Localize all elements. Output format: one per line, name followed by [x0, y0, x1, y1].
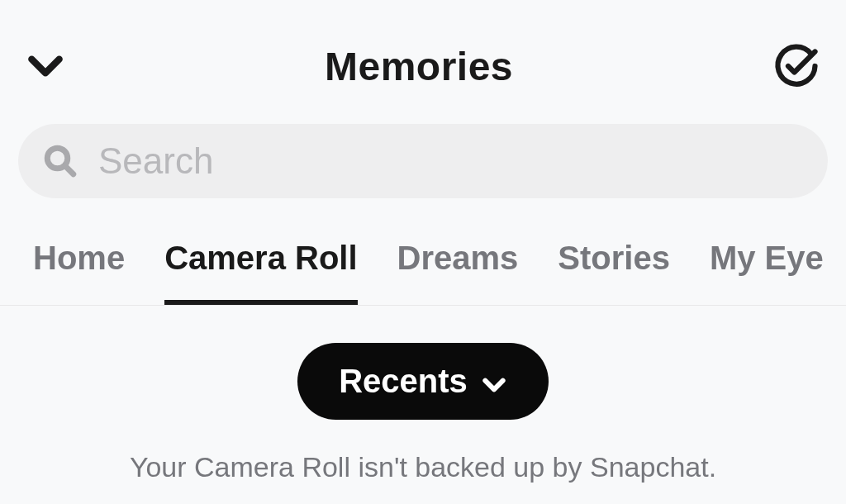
- page-title: Memories: [325, 44, 513, 89]
- svg-line-1: [65, 166, 74, 174]
- backup-info-text: Your Camera Roll isn't backed up by Snap…: [0, 451, 846, 483]
- select-check-icon[interactable]: [772, 41, 821, 91]
- search-icon: [43, 144, 78, 178]
- header: Memories: [0, 0, 846, 116]
- recents-label: Recents: [339, 363, 468, 400]
- close-chevron-icon[interactable]: [25, 45, 66, 87]
- content: Recents Your Camera Roll isn't backed up…: [0, 306, 846, 483]
- recents-filter-button[interactable]: Recents: [297, 343, 549, 420]
- tabs: Home Camera Roll Dreams Stories My Eye: [0, 198, 846, 306]
- search-bar[interactable]: [18, 124, 828, 198]
- tab-stories[interactable]: Stories: [558, 240, 670, 305]
- tab-my-eyes[interactable]: My Eye: [710, 240, 824, 305]
- tab-dreams[interactable]: Dreams: [397, 240, 519, 305]
- tab-camera-roll[interactable]: Camera Roll: [164, 240, 357, 305]
- chevron-down-icon: [481, 368, 507, 395]
- tab-home[interactable]: Home: [33, 240, 125, 305]
- search-input[interactable]: [98, 140, 803, 182]
